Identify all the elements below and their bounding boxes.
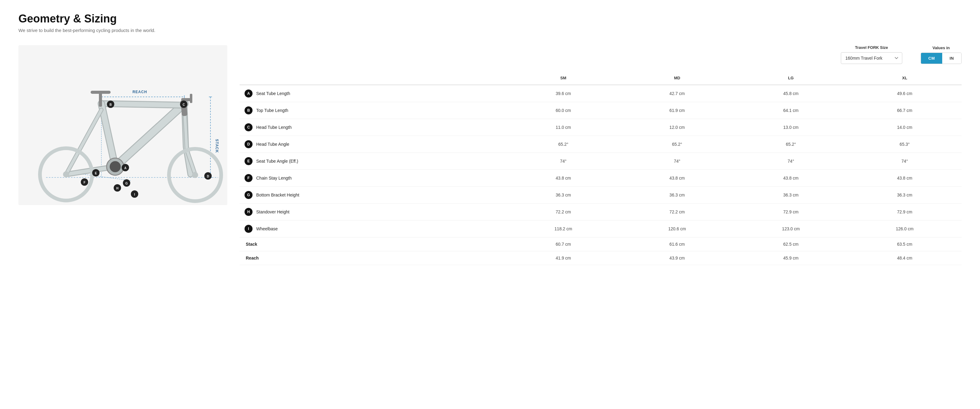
geometry-table: SM MD LG XL ASeat Tube Length39.6 cm42.7… <box>240 71 962 265</box>
table-row: GBottom Bracket Height36.3 cm36.3 cm36.3… <box>240 187 962 204</box>
row-label-text: Chain Stay Length <box>256 176 291 181</box>
row-label: CHead Tube Length <box>245 123 501 131</box>
row-value-cell: 123.0 cm <box>734 220 848 237</box>
row-value-cell: 65.3° <box>848 136 962 153</box>
row-value-cell: 12.0 cm <box>620 119 734 136</box>
table-row: CHead Tube Length11.0 cm12.0 cm13.0 cm14… <box>240 119 962 136</box>
table-row: Reach41.9 cm43.9 cm45.9 cm48.4 cm <box>240 251 962 265</box>
row-label: HStandover Height <box>245 208 501 216</box>
row-value-cell: 60.7 cm <box>506 237 620 251</box>
row-value-cell: 120.6 cm <box>620 220 734 237</box>
row-value-cell: 41.9 cm <box>506 251 620 265</box>
table-row: Stack60.7 cm61.6 cm62.5 cm63.5 cm <box>240 237 962 251</box>
row-label: ESeat Tube Angle (Eff.) <box>245 157 501 165</box>
row-label: DHead Tube Angle <box>245 140 501 148</box>
row-label-cell: Reach <box>240 251 506 265</box>
fork-control-group: Travel FORK Size 160mm Travel Fork 150mm… <box>841 45 902 64</box>
svg-text:I: I <box>134 193 135 196</box>
row-value-cell: 45.9 cm <box>734 251 848 265</box>
svg-text:D: D <box>207 175 209 178</box>
row-value-cell: 65.2° <box>620 136 734 153</box>
col-header-lg: LG <box>734 71 848 85</box>
fork-select[interactable]: 160mm Travel Fork 150mm Travel Fork 140m… <box>841 52 902 64</box>
unit-in-button[interactable]: IN <box>942 53 961 64</box>
row-label-cell: HStandover Height <box>240 204 506 220</box>
svg-text:A: A <box>124 166 126 170</box>
row-label: GBottom Bracket Height <box>245 191 501 199</box>
row-label-text: Wheelbase <box>256 226 278 231</box>
svg-text:F: F <box>84 181 85 184</box>
row-value-cell: 63.5 cm <box>848 237 962 251</box>
row-label-text: Standover Height <box>256 209 290 214</box>
svg-text:H: H <box>116 187 118 190</box>
col-header-sm: SM <box>506 71 620 85</box>
row-label-text: Seat Tube Length <box>256 91 290 96</box>
row-label-cell: GBottom Bracket Height <box>240 187 506 204</box>
row-value-cell: 72.2 cm <box>506 204 620 220</box>
row-label: BTop Tube Length <box>245 106 501 114</box>
diagram-section: REACH STACK A B C D E <box>18 45 228 205</box>
row-label: ASeat Tube Length <box>245 89 501 97</box>
row-value-cell: 74° <box>734 153 848 170</box>
row-label-text: Seat Tube Angle (Eff.) <box>256 159 298 164</box>
row-label-cell: BTop Tube Length <box>240 102 506 119</box>
row-badge: F <box>245 174 253 182</box>
row-value-cell: 49.6 cm <box>848 85 962 102</box>
row-value-cell: 66.7 cm <box>848 102 962 119</box>
svg-rect-20 <box>190 94 192 103</box>
row-value-cell: 48.4 cm <box>848 251 962 265</box>
row-value-cell: 126.0 cm <box>848 220 962 237</box>
svg-rect-17 <box>99 93 102 107</box>
row-value-cell: 42.7 cm <box>620 85 734 102</box>
row-value-cell: 36.3 cm <box>734 187 848 204</box>
page-title: Geometry & Sizing <box>18 12 962 25</box>
table-row: DHead Tube Angle65.2°65.2°65.2°65.3° <box>240 136 962 153</box>
page-header: Geometry & Sizing We strive to build the… <box>18 12 962 33</box>
svg-text:G: G <box>125 182 128 185</box>
svg-rect-18 <box>91 91 111 94</box>
row-value-cell: 11.0 cm <box>506 119 620 136</box>
row-value-cell: 43.8 cm <box>734 170 848 187</box>
row-value-cell: 36.3 cm <box>506 187 620 204</box>
row-badge: D <box>245 140 253 148</box>
row-badge: C <box>245 123 253 131</box>
row-value-cell: 39.6 cm <box>506 85 620 102</box>
row-badge: H <box>245 208 253 216</box>
table-row: ESeat Tube Angle (Eff.)74°74°74°74° <box>240 153 962 170</box>
row-label-cell: DHead Tube Angle <box>240 136 506 153</box>
row-value-cell: 74° <box>848 153 962 170</box>
row-value-cell: 64.1 cm <box>734 102 848 119</box>
row-label-text: Top Tube Length <box>256 108 288 113</box>
svg-text:REACH: REACH <box>132 90 147 94</box>
row-value-cell: 118.2 cm <box>506 220 620 237</box>
row-label-cell: ESeat Tube Angle (Eff.) <box>240 153 506 170</box>
row-badge: G <box>245 191 253 199</box>
row-value-cell: 62.5 cm <box>734 237 848 251</box>
row-value-cell: 72.2 cm <box>620 204 734 220</box>
col-header-xl: XL <box>848 71 962 85</box>
svg-point-15 <box>110 161 121 172</box>
row-value-cell: 65.2° <box>506 136 620 153</box>
row-value-cell: 61.9 cm <box>620 102 734 119</box>
fork-label: Travel FORK Size <box>841 45 902 50</box>
table-row: BTop Tube Length60.0 cm61.9 cm64.1 cm66.… <box>240 102 962 119</box>
row-label-cell: CHead Tube Length <box>240 119 506 136</box>
unit-control-group: Values in CM IN <box>921 46 962 64</box>
row-badge: I <box>245 225 253 233</box>
values-label: Values in <box>921 46 962 50</box>
svg-text:B: B <box>109 103 111 106</box>
row-badge: E <box>245 157 253 165</box>
row-value-cell: 61.6 cm <box>620 237 734 251</box>
table-header-row: SM MD LG XL <box>240 71 962 85</box>
row-value-cell: 36.3 cm <box>848 187 962 204</box>
controls-row: Travel FORK Size 160mm Travel Fork 150mm… <box>240 45 962 64</box>
svg-text:C: C <box>183 103 185 106</box>
row-value-cell: 43.8 cm <box>620 170 734 187</box>
unit-toggle: CM IN <box>921 53 962 64</box>
row-label-cell: Stack <box>240 237 506 251</box>
table-row: HStandover Height72.2 cm72.2 cm72.9 cm72… <box>240 204 962 220</box>
unit-cm-button[interactable]: CM <box>921 53 942 64</box>
main-content: REACH STACK A B C D E <box>18 45 962 265</box>
row-label-cell: FChain Stay Length <box>240 170 506 187</box>
row-value-cell: 13.0 cm <box>734 119 848 136</box>
